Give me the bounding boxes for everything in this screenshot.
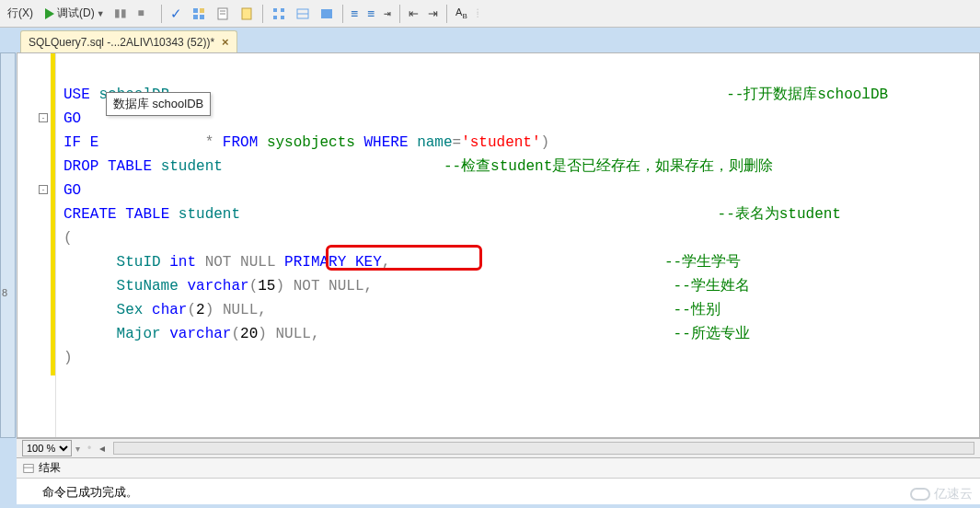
line-number-marker: 8 <box>2 287 7 298</box>
case-icon: AB <box>455 6 467 20</box>
svg-rect-4 <box>200 15 204 19</box>
svg-marker-0 <box>45 8 54 19</box>
stop-button[interactable]: ■ <box>134 4 156 24</box>
tb-icon-1[interactable] <box>188 4 210 24</box>
checkmark-icon: ✓ <box>170 6 182 22</box>
svg-rect-1 <box>193 8 198 13</box>
uncomment-button[interactable]: ≡ <box>363 4 378 24</box>
tb-icon-6[interactable] <box>316 4 338 24</box>
editor-gutter: - - <box>17 53 56 437</box>
svg-rect-16 <box>24 464 34 472</box>
hover-tooltip: 数据库 schoolDB <box>106 92 211 116</box>
h-scrollbar[interactable] <box>113 442 974 455</box>
toolbar-end: ⦙ <box>477 7 478 20</box>
play-icon <box>42 6 57 21</box>
doc-yellow-icon <box>239 6 254 21</box>
outdent-right-button[interactable]: ⇥ <box>424 4 442 24</box>
grid3-icon <box>319 6 334 21</box>
outdent-right-icon: ⇥ <box>428 6 438 20</box>
tab-bar: SQLQuery7.sql -...2ALIV\10343 (52))* × <box>0 28 980 52</box>
main-toolbar: 行(X) 调试(D) ▼ ▮▮ ■ ✓ ≡ ≡ ⇥ ⇤ ⇥ AB ⦙ <box>0 0 980 28</box>
zoom-select[interactable]: 100 % <box>22 440 72 456</box>
toggle-case-button[interactable]: AB <box>452 4 471 24</box>
tab-close-button[interactable]: × <box>222 35 229 49</box>
results-panel: 结果 命令已成功完成。 <box>17 458 980 504</box>
db-structure-icon <box>191 6 206 21</box>
outdent-left-button[interactable]: ⇤ <box>405 4 422 24</box>
file-tab[interactable]: SQLQuery7.sql -...2ALIV\10343 (52))* × <box>20 30 237 52</box>
fold-marker[interactable]: - <box>39 185 48 194</box>
tb-icon-4[interactable] <box>268 4 290 24</box>
svg-rect-15 <box>321 9 332 18</box>
check-button[interactable]: ✓ <box>167 4 186 24</box>
run-label: 行(X) <box>7 6 33 21</box>
indent-button[interactable]: ⇥ <box>380 4 395 24</box>
tab-title: SQLQuery7.sql -...2ALIV\10343 (52))* <box>29 36 214 49</box>
svg-rect-3 <box>193 15 198 19</box>
grid2-icon <box>295 6 310 21</box>
pause-button[interactable]: ▮▮ <box>110 4 133 24</box>
zoom-sep: • <box>87 442 91 455</box>
debug-label: 调试(D) <box>57 6 95 21</box>
fold-marker[interactable]: - <box>39 113 48 122</box>
tb-icon-5[interactable] <box>292 4 314 24</box>
results-tab-label: 结果 <box>39 460 61 476</box>
svg-rect-9 <box>273 8 277 12</box>
left-panel-collapsed[interactable] <box>0 52 16 438</box>
run-button[interactable]: 行(X) <box>4 4 37 24</box>
debug-button[interactable]: 调试(D) ▼ <box>39 4 109 24</box>
outdent-left-icon: ⇤ <box>409 6 419 20</box>
scroll-left-button[interactable]: ◂ <box>95 442 110 455</box>
dropdown-arrow-icon: ▼ <box>97 9 105 18</box>
comment-icon: ≡ <box>352 6 359 20</box>
indent-icon: ⇥ <box>384 6 391 20</box>
results-icon <box>22 462 35 475</box>
watermark: 亿速云 <box>910 486 973 502</box>
tb-icon-3[interactable] <box>236 4 258 24</box>
svg-rect-8 <box>242 8 251 19</box>
results-tab[interactable]: 结果 <box>17 458 980 479</box>
doc-icon <box>215 6 230 21</box>
svg-rect-12 <box>281 16 284 19</box>
svg-rect-11 <box>273 16 277 19</box>
cloud-icon <box>910 488 930 501</box>
svg-rect-10 <box>281 8 284 12</box>
zoom-dropdown-icon: ▾ <box>75 444 80 454</box>
uncomment-icon: ≡ <box>367 6 375 20</box>
svg-rect-2 <box>200 8 204 13</box>
results-message: 命令已成功完成。 <box>17 479 980 504</box>
change-marker <box>51 53 55 375</box>
comment-button[interactable]: ≡ <box>348 4 363 24</box>
grid-icon <box>271 6 286 21</box>
zoom-bar: 100 % ▾ • ◂ <box>17 438 980 458</box>
tb-icon-2[interactable] <box>212 4 234 24</box>
